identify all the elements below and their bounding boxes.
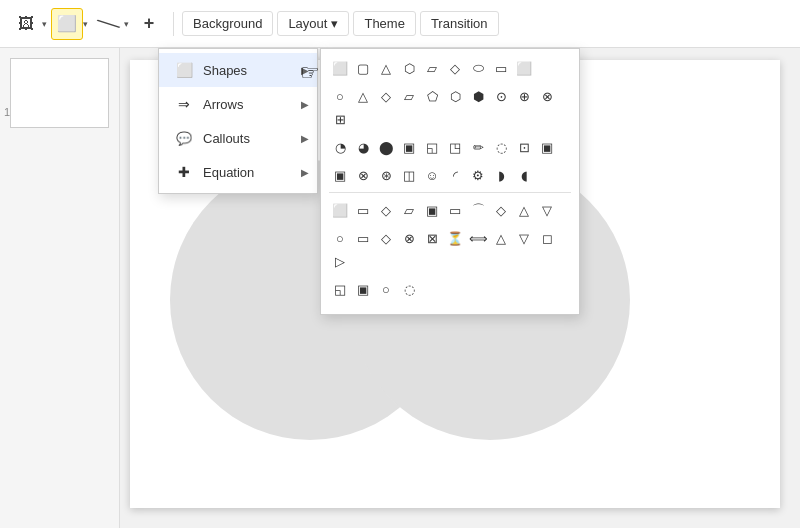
shape-circle-x[interactable]: ⊗ (536, 85, 558, 107)
shape-rect4[interactable]: ▭ (444, 199, 466, 221)
shape-hourglass[interactable]: ⏳ (444, 227, 466, 249)
shape-cylinder[interactable]: ⬭ (467, 57, 489, 79)
shape-wave[interactable]: ◜ (444, 164, 466, 186)
shape-tri3[interactable]: △ (513, 199, 535, 221)
shape-pie[interactable]: ◔ (329, 136, 351, 158)
shapes-grid-basic: ⬜ ▢ △ ⬡ ▱ ◇ ⬭ ▭ ⬜ (329, 57, 571, 79)
menu-item-callouts[interactable]: 💬 Callouts ▶ (159, 121, 317, 155)
shape-circle[interactable]: ○ (329, 85, 351, 107)
shape-diam5[interactable]: ◇ (375, 227, 397, 249)
shape-square-dot[interactable]: ⊡ (513, 136, 535, 158)
shape-diamond[interactable]: ◇ (444, 57, 466, 79)
shape-box4[interactable]: ▣ (352, 278, 374, 300)
shape-circle-plus[interactable]: ⊕ (513, 85, 535, 107)
shape-crescent[interactable]: ◗ (490, 164, 512, 186)
shape-button[interactable]: ⬜ (51, 8, 83, 40)
shape-square-x[interactable]: ⊠ (421, 227, 443, 249)
shape-circ5[interactable]: ◌ (398, 278, 420, 300)
theme-label: Theme (364, 16, 404, 31)
shape-round-rect[interactable]: ▢ (352, 57, 374, 79)
shape-triangle[interactable]: △ (375, 57, 397, 79)
layout-button[interactable]: Layout ▾ (277, 11, 349, 36)
shape-arch[interactable]: ⌒ (467, 199, 489, 221)
theme-button[interactable]: Theme (353, 11, 415, 36)
shape-diamond2[interactable]: ◇ (375, 85, 397, 107)
equation-icon: ✚ (175, 163, 193, 181)
shape-tri2[interactable]: △ (352, 85, 374, 107)
shape-wide-rect[interactable]: ⬜ (513, 57, 535, 79)
shape-rect7[interactable]: ◱ (329, 278, 351, 300)
shapes-grid-row2: ○ △ ◇ ▱ ⬠ ⬡ ⬢ ⊙ ⊕ ⊗ ⊞ (329, 85, 571, 130)
shape-box[interactable]: ▣ (329, 164, 351, 186)
shape-hex2[interactable]: ⬡ (444, 85, 466, 107)
shape-rect3[interactable]: ▭ (352, 199, 374, 221)
shape-parallelogram2[interactable]: ▱ (398, 85, 420, 107)
shapes-label: Shapes (203, 63, 247, 78)
image-icon: 🖼 (18, 15, 34, 33)
shape-pencil[interactable]: ✏ (467, 136, 489, 158)
shapes-submenu: ⬜ ▢ △ ⬡ ▱ ◇ ⬭ ▭ ⬜ ○ △ ◇ ▱ ⬠ ⬡ ⬢ ⊙ ⊕ ⊗ ⊞ … (320, 48, 580, 315)
shape-circ4[interactable]: ○ (375, 278, 397, 300)
shape-square2[interactable]: ▣ (536, 136, 558, 158)
menu-item-shapes[interactable]: ⬜ Shapes ▶ (159, 53, 317, 87)
shape-box3[interactable]: ▣ (421, 199, 443, 221)
shapes-grid-row4: ▣ ⊗ ⊛ ◫ ☺ ◜ ⚙ ◗ ◖ (329, 164, 571, 186)
shape-rectangle[interactable]: ⬜ (329, 57, 351, 79)
shape-tri4[interactable]: △ (490, 227, 512, 249)
shape-rect5[interactable]: ▭ (352, 227, 374, 249)
shape-gear[interactable]: ⚙ (467, 164, 489, 186)
shape-pie2[interactable]: ◕ (352, 136, 374, 158)
shape-parallelogram[interactable]: ▱ (421, 57, 443, 79)
menu-item-arrows[interactable]: ⇒ Arrows ▶ (159, 87, 317, 121)
toolbar: 🖼 ▾ ⬜ ▾ ╲ ▾ + Background Layout ▾ Theme … (0, 0, 800, 48)
shape-ring[interactable]: ⊙ (490, 85, 512, 107)
shape-arrows-lr[interactable]: ⟺ (467, 227, 489, 249)
shape-corner-rect[interactable]: ◳ (444, 136, 466, 158)
shape-x-circle[interactable]: ⊗ (352, 164, 374, 186)
shape-tri5[interactable]: ▽ (513, 227, 535, 249)
add-button[interactable]: + (133, 8, 165, 40)
shapes-divider (329, 192, 571, 193)
shape-para3[interactable]: ▱ (398, 199, 420, 221)
shape-x3[interactable]: ⊗ (398, 227, 420, 249)
callouts-arrow-icon: ▶ (301, 133, 309, 144)
equation-arrow-icon: ▶ (301, 167, 309, 178)
shape-doc2[interactable]: ◫ (398, 164, 420, 186)
transition-button[interactable]: Transition (420, 11, 499, 36)
background-button[interactable]: Background (182, 11, 273, 36)
line-button[interactable]: ╲ (92, 8, 124, 40)
shape-tri-down[interactable]: ▽ (536, 199, 558, 221)
shapes-grid-row5: ⬜ ▭ ◇ ▱ ▣ ▭ ⌒ ◇ △ ▽ (329, 199, 571, 221)
shape-grid[interactable]: ⊞ (329, 108, 351, 130)
shape-sq3[interactable]: ⬜ (329, 199, 351, 221)
shape-circle-outline[interactable]: ◌ (490, 136, 512, 158)
shape-diam4[interactable]: ◇ (490, 199, 512, 221)
shape-crescent2[interactable]: ◖ (513, 164, 535, 186)
shape-pentagon[interactable]: ⬠ (421, 85, 443, 107)
shape-hexagon[interactable]: ⬡ (398, 57, 420, 79)
shape-smiley[interactable]: ☺ (421, 164, 443, 186)
shape-diam3[interactable]: ◇ (375, 199, 397, 221)
slide-thumbnail[interactable] (10, 58, 109, 128)
background-label: Background (193, 16, 262, 31)
shape-rect2[interactable]: ▭ (490, 57, 512, 79)
image-button[interactable]: 🖼 (10, 8, 42, 40)
shapes-arrow-icon: ▶ (301, 65, 309, 76)
shape-rect6[interactable]: ◻ (536, 227, 558, 249)
image-dropdown-arrow: ▾ (42, 19, 47, 29)
shape-arrow-right[interactable]: ▷ (329, 250, 351, 272)
shapes-icon: ⬜ (175, 61, 193, 79)
shape-asterisk-circle[interactable]: ⊛ (375, 164, 397, 186)
arrows-label: Arrows (203, 97, 243, 112)
slide-number: 1 (4, 106, 10, 118)
arrows-arrow-icon: ▶ (301, 99, 309, 110)
shape-circ3[interactable]: ○ (329, 227, 351, 249)
shapes-grid-row7: ◱ ▣ ○ ◌ (329, 278, 571, 300)
shape-circle2[interactable]: ⬤ (375, 136, 397, 158)
side-panel: 1 (0, 48, 120, 528)
shape-doc[interactable]: ◱ (421, 136, 443, 158)
shape-hex3[interactable]: ⬢ (467, 85, 489, 107)
menu-item-equation[interactable]: ✚ Equation ▶ (159, 155, 317, 189)
shape-square-frame[interactable]: ▣ (398, 136, 420, 158)
shape-dropdown-arrow: ▾ (83, 19, 88, 29)
